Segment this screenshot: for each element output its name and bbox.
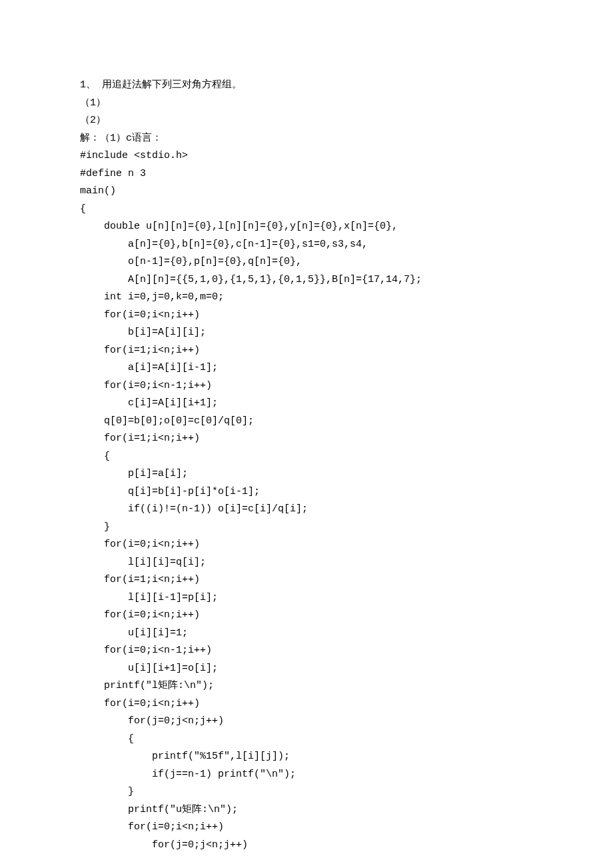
document-page: 1、 用追赶法解下列三对角方程组。 （1） （2） 解：（1）c语言： #inc… (0, 0, 613, 868)
code-listing: 1、 用追赶法解下列三对角方程组。 （1） （2） 解：（1）c语言： #inc… (80, 77, 533, 854)
